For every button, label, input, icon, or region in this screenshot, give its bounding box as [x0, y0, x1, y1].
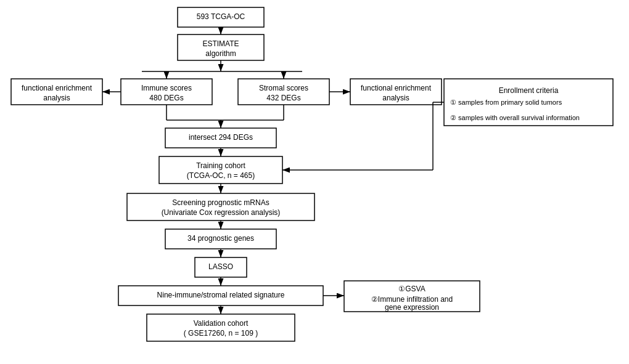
stromal-scores-label2: 432 DEGs	[266, 94, 300, 102]
gsva-label3: gene expression	[385, 303, 439, 312]
functional-left-label2: analysis	[43, 94, 70, 102]
stromal-scores-label1: Stromal scores	[259, 84, 308, 92]
functional-left-label1: functional enrichment	[22, 84, 92, 92]
functional-right-label2: analysis	[382, 94, 409, 102]
gsva-label2: ②Immune infiltration and	[371, 295, 453, 304]
screening-label1: Screening prognostic mRNAs	[172, 198, 269, 207]
prognostic-genes-label: 34 prognostic genes	[187, 234, 254, 243]
enrollment-label-2: ② samples with overall survival informat…	[450, 114, 580, 121]
screening-label2: (Univariate Cox regression analysis)	[162, 208, 281, 217]
validation-cohort-label1: Validation cohort	[194, 319, 249, 328]
enrollment-label-title: Enrollment criteria	[499, 86, 559, 95]
intersect-label: intersect 294 DEGs	[189, 133, 253, 142]
estimate-label-line2: algorithm	[205, 49, 236, 58]
immune-scores-label1: Immune scores	[141, 84, 192, 92]
validation-cohort-label2: ( GSE17260, n = 109 )	[184, 329, 258, 338]
training-cohort-label1: Training cohort	[196, 161, 245, 170]
tcga-oc-label: 593 TCGA-OC	[197, 12, 245, 21]
training-cohort-label2: (TCGA-OC, n = 465)	[187, 171, 255, 180]
functional-right-label1: functional enrichment	[361, 84, 432, 92]
enrollment-label-1: ① samples from primary solid tumors	[450, 99, 562, 106]
gsva-label1: ①GSVA	[398, 285, 425, 293]
estimate-label-line1: ESTIMATE	[202, 39, 239, 48]
immune-scores-label2: 480 DEGs	[149, 94, 183, 102]
diagram-container: 593 TCGA-OC ESTIMATE algorithm Immune sc…	[0, 0, 629, 364]
lasso-label: LASSO	[208, 262, 233, 271]
nine-immune-label: Nine-immune/stromal related signature	[157, 291, 285, 299]
